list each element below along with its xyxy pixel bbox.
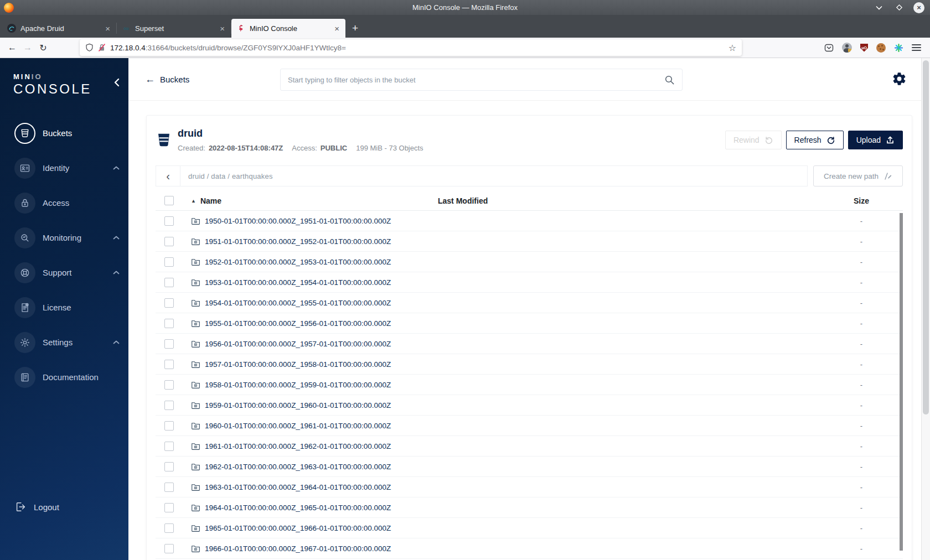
window-maximize-icon[interactable] — [893, 2, 905, 13]
rewind-button[interactable]: Rewind — [725, 131, 782, 149]
refresh-button[interactable]: Refresh — [786, 131, 844, 149]
create-new-path-button[interactable]: Create new path — [813, 165, 903, 186]
table-row[interactable]: 1962-01-01T00:00:00.000Z_1963-01-01T00:0… — [156, 457, 903, 477]
chevron-up-icon[interactable] — [113, 166, 120, 170]
table-row[interactable]: 1964-01-01T00:00:00.000Z_1965-01-01T00:0… — [156, 497, 903, 518]
object-name[interactable]: 1951-01-01T00:00:00.000Z_1952-01-01T00:0… — [205, 237, 391, 246]
object-name[interactable]: 1960-01-01T00:00:00.000Z_1961-01-01T00:0… — [205, 422, 391, 430]
table-row[interactable]: 1956-01-01T00:00:00.000Z_1957-01-01T00:0… — [156, 334, 903, 354]
chevron-up-icon[interactable] — [113, 236, 120, 240]
object-name[interactable]: 1952-01-01T00:00:00.000Z_1953-01-01T00:0… — [205, 258, 391, 266]
sidebar-item-identity[interactable]: Identity — [0, 151, 128, 185]
row-checkbox[interactable] — [164, 278, 174, 287]
select-all-checkbox[interactable] — [164, 196, 174, 205]
tab-close-icon[interactable]: × — [219, 24, 226, 33]
window-minimize-icon[interactable] — [874, 2, 885, 13]
table-row[interactable]: 1966-01-01T00:00:00.000Z_1967-01-01T00:0… — [156, 538, 903, 559]
row-checkbox[interactable] — [164, 339, 174, 349]
upload-button[interactable]: Upload — [848, 131, 903, 149]
table-row[interactable]: 1951-01-01T00:00:00.000Z_1952-01-01T00:0… — [156, 231, 903, 252]
menu-hamburger-icon[interactable] — [912, 44, 921, 51]
row-checkbox[interactable] — [164, 442, 174, 451]
size-column-header[interactable]: Size — [820, 196, 903, 205]
last-modified-column-header[interactable]: Last Modified — [438, 196, 820, 205]
table-row[interactable]: 1952-01-01T00:00:00.000Z_1953-01-01T00:0… — [156, 252, 903, 272]
tab-close-icon[interactable]: × — [333, 24, 340, 33]
row-checkbox[interactable] — [164, 421, 174, 431]
tab-apache-druid[interactable]: Apache Druid × — [2, 19, 116, 38]
row-checkbox[interactable] — [164, 319, 174, 328]
search-input[interactable] — [288, 76, 664, 84]
ublock-origin-icon[interactable]: uO — [860, 44, 868, 52]
object-name[interactable]: 1954-01-01T00:00:00.000Z_1955-01-01T00:0… — [205, 299, 391, 307]
row-checkbox[interactable] — [164, 216, 174, 226]
table-row[interactable]: 1965-01-01T00:00:00.000Z_1966-01-01T00:0… — [156, 518, 903, 538]
table-row[interactable]: 1955-01-01T00:00:00.000Z_1956-01-01T00:0… — [156, 313, 903, 334]
chevron-up-icon[interactable] — [113, 340, 120, 344]
object-name[interactable]: 1950-01-01T00:00:00.000Z_1951-01-01T00:0… — [205, 217, 391, 225]
row-checkbox[interactable] — [164, 503, 174, 512]
row-checkbox[interactable] — [164, 483, 174, 492]
tracking-shield-icon[interactable] — [85, 43, 94, 52]
new-tab-button[interactable]: + — [345, 22, 365, 38]
insecure-lock-icon[interactable] — [98, 43, 106, 52]
row-checkbox[interactable] — [164, 462, 174, 471]
page-scrollbar[interactable] — [921, 58, 930, 560]
object-name[interactable]: 1964-01-01T00:00:00.000Z_1965-01-01T00:0… — [205, 504, 391, 512]
row-checkbox[interactable] — [164, 380, 174, 390]
account-privacy-icon[interactable] — [842, 43, 852, 53]
table-row[interactable]: 1959-01-01T00:00:00.000Z_1960-01-01T00:0… — [156, 395, 903, 416]
sidebar-item-support[interactable]: Support — [0, 255, 128, 290]
reload-button[interactable]: ↻ — [35, 40, 51, 55]
sidebar-item-license[interactable]: License — [0, 290, 128, 325]
table-row[interactable]: 1950-01-01T00:00:00.000Z_1951-01-01T00:0… — [156, 211, 903, 231]
sidebar-item-settings[interactable]: Settings — [0, 325, 128, 360]
url-bar[interactable]: 172.18.0.4:31664/buckets/druid/browse/ZG… — [80, 39, 742, 56]
object-name[interactable]: 1961-01-01T00:00:00.000Z_1962-01-01T00:0… — [205, 442, 391, 450]
sidebar-item-logout[interactable]: Logout — [0, 495, 128, 519]
tab-close-icon[interactable]: × — [104, 24, 111, 33]
object-name[interactable]: 1959-01-01T00:00:00.000Z_1960-01-01T00:0… — [205, 401, 391, 409]
sidebar-item-access[interactable]: Access — [0, 185, 128, 220]
table-row[interactable]: 1963-01-01T00:00:00.000Z_1964-01-01T00:0… — [156, 477, 903, 497]
row-checkbox[interactable] — [164, 544, 174, 553]
breadcrumb[interactable]: druid / data / earthquakes — [180, 172, 273, 180]
pocket-icon[interactable] — [824, 43, 834, 53]
row-checkbox[interactable] — [164, 523, 174, 533]
tab-minio-console[interactable]: MinIO Console × — [231, 19, 345, 38]
cookie-extension-icon[interactable] — [876, 43, 886, 53]
settings-gear-icon[interactable] — [892, 71, 907, 86]
object-name[interactable]: 1958-01-01T00:00:00.000Z_1959-01-01T00:0… — [205, 381, 391, 389]
back-to-buckets-link[interactable]: ← Buckets — [145, 74, 189, 84]
tab-superset[interactable]: ∞ Superset × — [117, 19, 231, 38]
object-name[interactable]: 1963-01-01T00:00:00.000Z_1964-01-01T00:0… — [205, 483, 391, 491]
table-row[interactable]: 1960-01-01T00:00:00.000Z_1961-01-01T00:0… — [156, 416, 903, 436]
sidebar-item-monitoring[interactable]: Monitoring — [0, 220, 128, 255]
table-row[interactable]: 1954-01-01T00:00:00.000Z_1955-01-01T00:0… — [156, 293, 903, 313]
multi-account-containers-icon[interactable] — [894, 43, 903, 53]
table-row[interactable]: 1958-01-01T00:00:00.000Z_1959-01-01T00:0… — [156, 375, 903, 395]
row-checkbox[interactable] — [164, 257, 174, 267]
table-row[interactable]: 1953-01-01T00:00:00.000Z_1954-01-01T00:0… — [156, 272, 903, 293]
bookmark-star-icon[interactable]: ☆ — [728, 43, 736, 53]
object-name[interactable]: 1962-01-01T00:00:00.000Z_1963-01-01T00:0… — [205, 463, 391, 471]
back-button[interactable]: ← — [4, 40, 20, 55]
sort-ascending-icon[interactable]: ▲ — [191, 198, 196, 204]
row-checkbox[interactable] — [164, 298, 174, 308]
row-checkbox[interactable] — [164, 401, 174, 410]
chevron-up-icon[interactable] — [113, 271, 120, 274]
object-name[interactable]: 1955-01-01T00:00:00.000Z_1956-01-01T00:0… — [205, 319, 391, 328]
name-column-header[interactable]: Name — [200, 196, 221, 205]
object-name[interactable]: 1957-01-01T00:00:00.000Z_1958-01-01T00:0… — [205, 360, 391, 369]
row-checkbox[interactable] — [164, 360, 174, 369]
sidebar-item-buckets[interactable]: Buckets — [0, 116, 128, 151]
object-name[interactable]: 1965-01-01T00:00:00.000Z_1966-01-01T00:0… — [205, 524, 391, 532]
object-filter-search[interactable] — [280, 69, 683, 91]
row-checkbox[interactable] — [164, 237, 174, 246]
window-close-icon[interactable]: × — [913, 2, 924, 13]
forward-button[interactable]: → — [20, 40, 35, 55]
object-name[interactable]: 1966-01-01T00:00:00.000Z_1967-01-01T00:0… — [205, 545, 391, 553]
page-scrollbar-thumb[interactable] — [923, 60, 929, 414]
path-back-button[interactable]: ‹ — [156, 166, 180, 186]
object-name[interactable]: 1956-01-01T00:00:00.000Z_1957-01-01T00:0… — [205, 340, 391, 348]
